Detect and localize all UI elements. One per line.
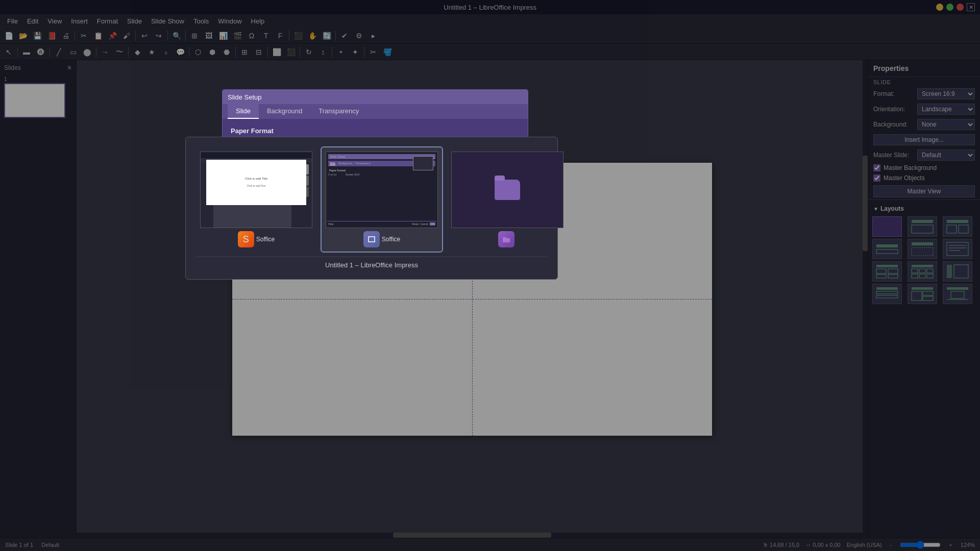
app-thumb-inner-impress1 <box>452 152 563 228</box>
slide-setup-tabs: Slide Background Transparency <box>223 104 528 119</box>
paper-format-title: Paper Format <box>231 127 520 135</box>
soffice2-app-label: Soffice <box>382 236 400 243</box>
soffice2-app-icon <box>363 231 380 247</box>
app-thumb-inner-soffice2: Slide Setup Slide Background Transparenc… <box>326 152 437 228</box>
folder-app-icon-svg <box>502 235 511 244</box>
app-label-row-impress1 <box>498 231 517 247</box>
slide-setup-title: Slide Setup <box>228 93 262 101</box>
ssd-rect-preview <box>413 156 433 170</box>
app-switcher: Click to add Title Click to add Text <box>185 137 558 280</box>
app-thumbnail-soffice1: Click to add Title Click to add Text <box>200 152 312 228</box>
app-item-impress1[interactable] <box>447 147 568 252</box>
tab-slide[interactable]: Slide <box>228 104 259 119</box>
app-item-soffice2[interactable]: Slide Setup Slide Background Transparenc… <box>322 147 442 252</box>
impress1-app-icon <box>498 231 514 247</box>
slide-setup-titlebar: Slide Setup <box>223 90 528 104</box>
folder-big-icon <box>495 180 520 200</box>
soffice2-icon-svg <box>367 235 376 244</box>
svg-rect-37 <box>369 237 375 242</box>
app-thumb-inner-soffice1: Click to add Title Click to add Text <box>201 152 312 228</box>
app-label-row-soffice2: Soffice <box>363 231 400 247</box>
app-thumbnail-impress1 <box>451 152 564 228</box>
soffice1-app-label: Soffice <box>256 236 275 243</box>
app-switcher-title: Untitled 1 – LibreOffice Impress <box>196 257 547 269</box>
app-label-row-soffice1: S Soffice <box>238 231 275 247</box>
tab-transparency[interactable]: Transparency <box>310 104 367 119</box>
app-item-soffice1[interactable]: Click to add Title Click to add Text <box>196 147 316 252</box>
impress-slide-preview: Click to add Title Click to add Text <box>206 160 306 205</box>
tab-background[interactable]: Background <box>259 104 310 119</box>
app-thumbnail-soffice2: Slide Setup Slide Background Transparenc… <box>326 152 438 228</box>
app-switcher-items: Click to add Title Click to add Text <box>196 147 547 252</box>
soffice1-app-icon: S <box>238 231 254 247</box>
